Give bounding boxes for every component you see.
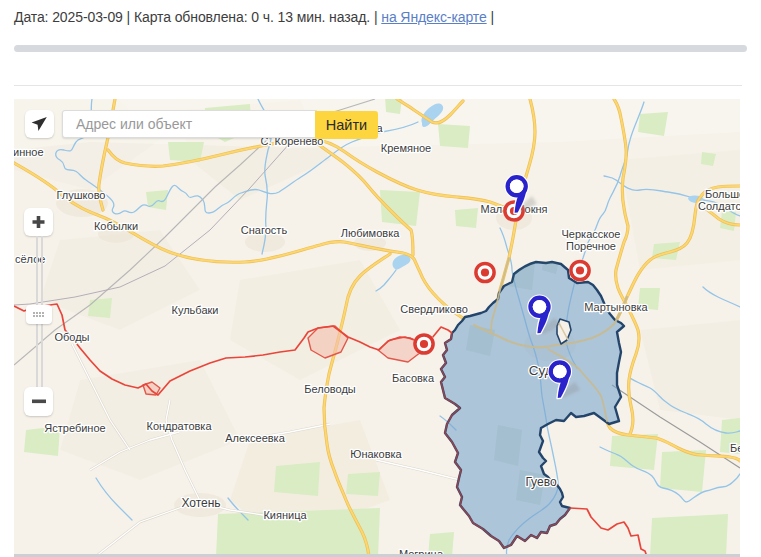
svg-text:Кияница: Кияница [263,509,307,521]
svg-text:Басовка: Басовка [392,372,435,384]
svg-text:Ястребиное: Ястребиное [44,422,105,434]
svg-text:Мартыновка: Мартыновка [584,301,648,313]
svg-text:инное: инное [14,146,44,158]
svg-text:Кондратовка: Кондратовка [146,420,212,432]
svg-text:Свердликово: Свердликово [400,303,468,315]
svg-text:Гуево: Гуево [525,475,556,489]
svg-text:Поречное: Поречное [566,240,616,252]
svg-text:Хотень: Хотень [181,496,220,510]
svg-text:Глушково: Глушково [57,189,106,201]
svg-text:Черкасское: Черкасское [562,228,621,240]
svg-text:Снагость: Снагость [241,224,288,236]
svg-text:Алексеевка: Алексеевка [225,432,285,444]
svg-text:Солдатское: Солдатское [698,200,740,212]
svg-text:Юнаковка: Юнаковка [350,448,402,460]
svg-text:Любимовка: Любимовка [341,227,400,239]
svg-text:Белая: Белая [730,442,740,454]
svg-text:Беловоды: Беловоды [304,383,356,395]
svg-text:Кобылки: Кобылки [94,220,138,232]
svg-text:Кремяное: Кремяное [381,142,431,154]
svg-text:Ободы: Ободы [54,331,89,343]
svg-text:Кульбаки: Кульбаки [172,304,219,316]
svg-text:Большое: Большое [705,188,740,200]
